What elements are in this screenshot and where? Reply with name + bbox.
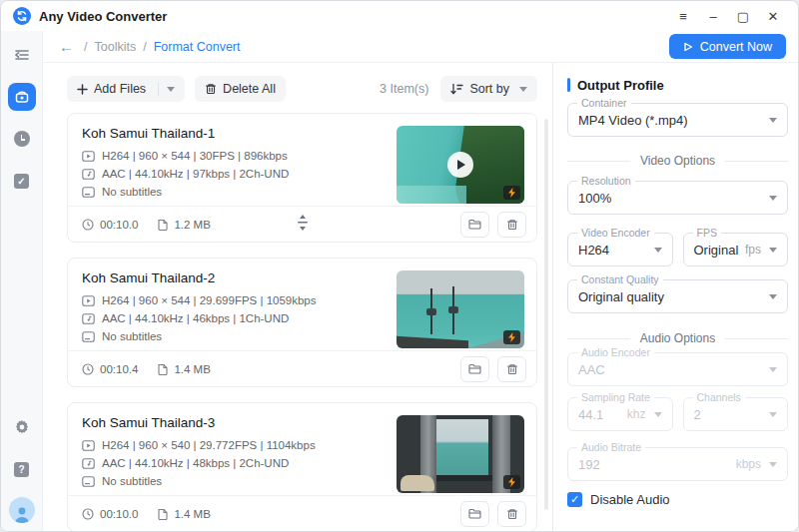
chevron-down-icon bbox=[654, 248, 662, 253]
video-thumbnail[interactable] bbox=[397, 126, 524, 204]
back-icon[interactable]: ← bbox=[59, 38, 74, 55]
disable-audio-checkbox[interactable]: ✓ bbox=[567, 492, 582, 507]
item-count: 3 Item(s) bbox=[380, 82, 428, 96]
trim-handle-icon[interactable] bbox=[296, 215, 310, 235]
file-icon bbox=[158, 219, 168, 231]
window-controls: ≡ – ▢ ✕ bbox=[670, 5, 786, 27]
sidebar-item-tasks[interactable]: ✓ bbox=[8, 167, 36, 195]
sort-by-button[interactable]: Sort by bbox=[440, 76, 537, 102]
hardware-accel-icon bbox=[503, 186, 520, 200]
duration-stat: 00:10.4 bbox=[82, 363, 138, 375]
delete-item-button[interactable] bbox=[497, 212, 526, 238]
sidebar-item-converter[interactable] bbox=[8, 83, 36, 111]
video-stream-icon bbox=[82, 440, 95, 451]
open-folder-button[interactable] bbox=[460, 501, 489, 527]
play-icon bbox=[683, 42, 693, 52]
minimize-icon[interactable]: – bbox=[700, 5, 726, 27]
channels-select: Channels 2 bbox=[683, 397, 789, 431]
duration-stat: 00:10.0 bbox=[82, 508, 138, 520]
constant-quality-select[interactable]: Constant Quality Original quality bbox=[567, 279, 788, 313]
trash-icon bbox=[506, 219, 518, 231]
sort-icon bbox=[450, 83, 463, 95]
convert-now-button[interactable]: Convert Now bbox=[669, 34, 786, 59]
video-item-card[interactable]: Koh Samui Thailand-2 H264 | 960 × 544 | … bbox=[67, 258, 537, 387]
list-toolbar: Add Files Delete All 3 Item(s) Sort by bbox=[67, 76, 537, 102]
chevron-down-icon bbox=[769, 294, 777, 299]
video-stream-icon bbox=[82, 151, 95, 162]
video-item-card[interactable]: Koh Samui Thailand-1 H264 | 960 × 544 | … bbox=[67, 113, 537, 243]
folder-icon bbox=[468, 363, 481, 374]
card-footer: 00:10.0 1.4 MB bbox=[68, 495, 536, 531]
audio-options-divider: Audio Options bbox=[567, 330, 788, 346]
file-icon bbox=[158, 508, 168, 520]
video-thumbnail[interactable] bbox=[397, 415, 524, 493]
list-scrollbar[interactable] bbox=[544, 119, 548, 510]
filesize-stat: 1.2 MB bbox=[158, 219, 210, 231]
card-footer: 00:10.0 1.2 MB bbox=[68, 206, 536, 242]
chevron-down-icon bbox=[769, 118, 777, 123]
chevron-down-icon bbox=[167, 87, 175, 92]
breadcrumb-toolkits[interactable]: Toolkits bbox=[94, 40, 136, 54]
subtitle-icon bbox=[82, 476, 95, 487]
open-folder-button[interactable] bbox=[460, 212, 489, 238]
chevron-down-icon bbox=[769, 248, 777, 253]
navbar: ← / Toolkits / Format Convert Convert No… bbox=[43, 31, 798, 63]
clock-icon bbox=[82, 508, 94, 520]
audio-stream-icon bbox=[82, 458, 95, 469]
app-title: Any Video Converter bbox=[39, 9, 167, 24]
trash-icon bbox=[205, 83, 217, 95]
sidebar-item-help[interactable]: ? bbox=[8, 455, 36, 483]
app-window: Any Video Converter ≡ – ▢ ✕ ✓ bbox=[0, 0, 799, 532]
clock-icon bbox=[14, 131, 30, 147]
disable-audio-row: ✓ Disable Audio bbox=[567, 492, 788, 507]
video-item-card[interactable]: Koh Samui Thailand-3 H264 | 960 × 540 | … bbox=[67, 402, 537, 531]
filesize-stat: 1.4 MB bbox=[158, 508, 210, 520]
fps-select[interactable]: FPS Original fps bbox=[683, 233, 789, 266]
maximize-icon[interactable]: ▢ bbox=[730, 5, 756, 27]
video-options-divider: Video Options bbox=[567, 153, 788, 169]
container-select[interactable]: Container MP4 Video (*.mp4) bbox=[567, 103, 788, 137]
hardware-accel-icon bbox=[503, 475, 520, 489]
video-encoder-select[interactable]: Video Encoder H264 bbox=[567, 233, 673, 266]
disable-audio-label: Disable Audio bbox=[590, 492, 670, 507]
clock-icon bbox=[82, 219, 94, 231]
add-files-button[interactable]: Add Files bbox=[67, 76, 185, 102]
sidebar-item-settings[interactable] bbox=[8, 413, 36, 441]
chevron-down-icon bbox=[519, 87, 527, 92]
open-folder-button[interactable] bbox=[460, 356, 489, 382]
audio-stream-icon bbox=[82, 169, 95, 180]
video-stream-icon bbox=[82, 295, 95, 306]
checklist-icon: ✓ bbox=[14, 174, 29, 189]
chevron-down-icon bbox=[654, 412, 662, 417]
panel-title: Output Profile bbox=[577, 78, 664, 93]
sidebar-item-history[interactable] bbox=[8, 125, 36, 153]
chevron-down-icon bbox=[769, 412, 777, 417]
help-icon: ? bbox=[14, 462, 29, 477]
play-overlay-icon[interactable] bbox=[447, 152, 473, 178]
subtitle-icon bbox=[82, 331, 95, 342]
folder-icon bbox=[468, 219, 481, 230]
breadcrumb-current: Format Convert bbox=[154, 40, 241, 54]
sampling-rate-select: Sampling Rate 44.1 khz bbox=[567, 397, 673, 431]
collapse-sidebar-icon[interactable] bbox=[8, 41, 36, 69]
delete-item-button[interactable] bbox=[497, 356, 526, 382]
duration-stat: 00:10.0 bbox=[82, 219, 138, 231]
user-avatar[interactable] bbox=[9, 497, 35, 523]
delete-item-button[interactable] bbox=[497, 501, 526, 527]
video-thumbnail[interactable] bbox=[397, 270, 524, 348]
breadcrumb-separator: / bbox=[143, 40, 146, 54]
trash-icon bbox=[506, 363, 518, 375]
breadcrumb-separator: / bbox=[84, 40, 87, 54]
trash-icon bbox=[506, 508, 518, 520]
resolution-select[interactable]: Resolution 100% bbox=[567, 181, 788, 215]
delete-all-button[interactable]: Delete All bbox=[195, 76, 286, 102]
video-list-area: Add Files Delete All 3 Item(s) Sort by bbox=[43, 63, 553, 531]
titlebar: Any Video Converter ≡ – ▢ ✕ bbox=[1, 1, 798, 31]
close-icon[interactable]: ✕ bbox=[760, 5, 786, 27]
app-logo-icon bbox=[13, 7, 31, 25]
sidebar: ✓ ? bbox=[1, 31, 43, 531]
card-footer: 00:10.4 1.4 MB bbox=[68, 350, 536, 386]
menu-icon[interactable]: ≡ bbox=[670, 5, 696, 27]
chevron-down-icon bbox=[769, 462, 777, 467]
audio-stream-icon bbox=[82, 313, 95, 324]
